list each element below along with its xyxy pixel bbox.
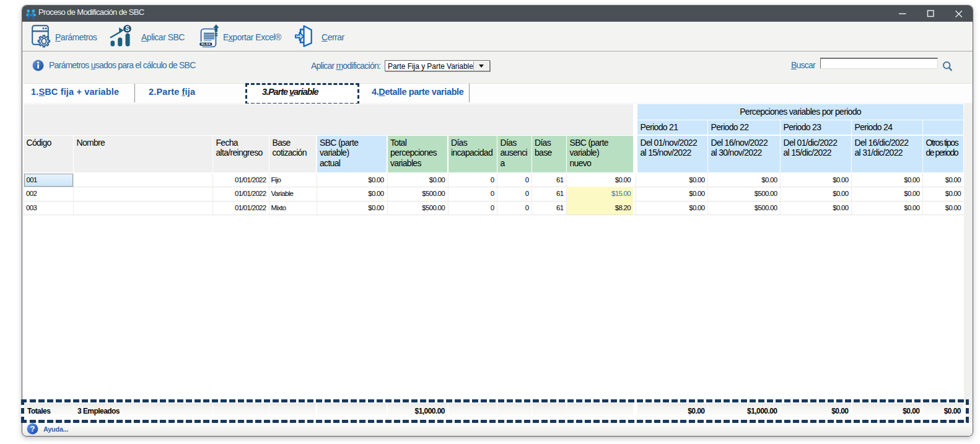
svg-text:?: ?: [30, 424, 35, 433]
svg-text:S: S: [125, 25, 129, 32]
svg-text:XLSX: XLSX: [201, 42, 211, 46]
